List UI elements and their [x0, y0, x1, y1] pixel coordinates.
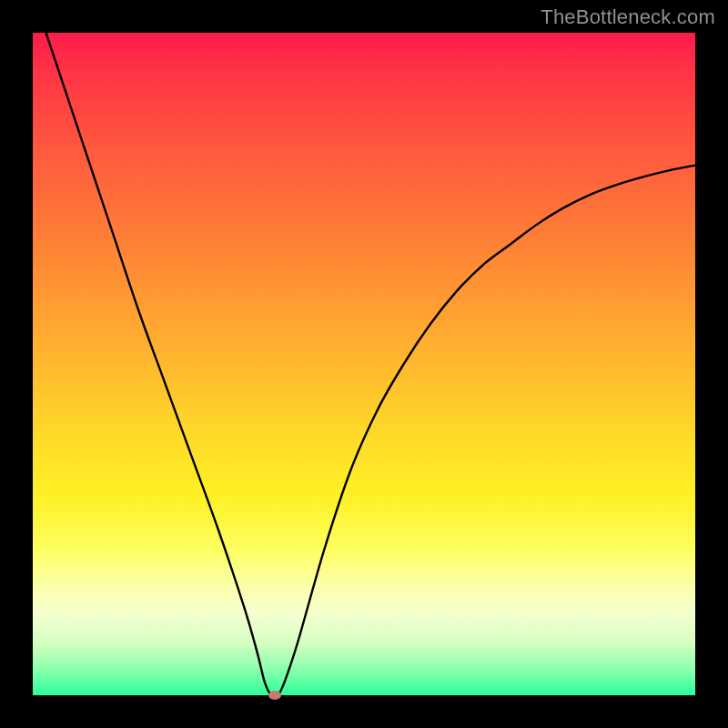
optimum-marker — [268, 691, 281, 700]
bottleneck-curve — [46, 33, 695, 695]
curve-svg — [33, 33, 695, 695]
plot-area — [33, 33, 695, 695]
watermark-text: TheBottleneck.com — [541, 5, 715, 29]
chart-frame: TheBottleneck.com — [0, 0, 728, 728]
